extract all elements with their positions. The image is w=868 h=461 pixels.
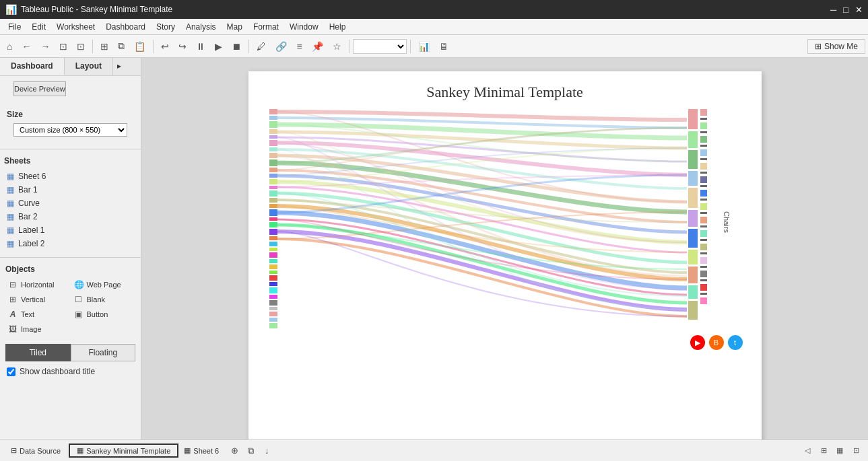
minimize-button[interactable]: ─: [830, 5, 836, 15]
svg-rect-72: [700, 279, 707, 281]
toolbar-pause[interactable]: ⏸: [192, 39, 209, 54]
menu-analysis[interactable]: Analysis: [180, 21, 222, 33]
svg-rect-10: [269, 174, 277, 178]
object-vertical[interactable]: ⊞ Vertical: [5, 293, 70, 306]
svg-rect-46: [688, 301, 698, 320]
menu-dashboard[interactable]: Dashboard: [100, 21, 151, 33]
toolbar-copy[interactable]: ⧉: [114, 38, 129, 54]
maximize-button[interactable]: □: [843, 5, 848, 15]
divider-1: [0, 149, 141, 149]
svg-rect-48: [700, 118, 707, 120]
svg-rect-20: [269, 236, 277, 240]
text-icon: A: [8, 310, 18, 319]
app-icon: 📊: [5, 4, 17, 15]
menu-window[interactable]: Window: [284, 21, 324, 33]
objects-label: Objects: [5, 264, 135, 274]
toolbar-redo[interactable]: ↪: [174, 39, 191, 54]
sheet-item-curve[interactable]: ▦ Curve: [4, 197, 137, 210]
svg-rect-50: [700, 131, 707, 133]
curve-icon: ▦: [7, 199, 14, 208]
object-webpage[interactable]: 🌐 Web Page: [71, 278, 136, 291]
toolbar-paste[interactable]: 📋: [130, 39, 149, 54]
sheet-item-sheet6[interactable]: ▦ Sheet 6: [4, 170, 137, 183]
toolbar-back[interactable]: ←: [18, 39, 35, 54]
horizontal-icon: ⊟: [8, 280, 18, 289]
svg-rect-0: [269, 109, 277, 114]
sheet-item-bar1[interactable]: ▦ Bar 1: [4, 183, 137, 197]
svg-rect-66: [700, 239, 707, 241]
show-me-button[interactable]: ⊞ Show Me: [807, 39, 865, 54]
toolbar-fit[interactable]: ⊡: [55, 39, 71, 54]
label1-label: Label 1: [18, 225, 44, 235]
blank-icon: ☐: [74, 295, 84, 304]
svg-rect-14: [269, 198, 277, 203]
object-text[interactable]: A Text: [5, 308, 70, 321]
floating-button[interactable]: Floating: [71, 344, 136, 361]
dashboard-canvas: Sankey Minimal Template: [248, 71, 762, 439]
svg-rect-16: [269, 209, 277, 216]
svg-rect-49: [700, 122, 707, 129]
object-button[interactable]: ▣ Button: [71, 308, 136, 321]
tiled-button[interactable]: Tiled: [5, 344, 71, 361]
toolbar-filter[interactable]: ≡: [292, 39, 306, 54]
object-blank[interactable]: ☐ Blank: [71, 293, 136, 306]
toolbar-home[interactable]: ⌂: [3, 39, 16, 54]
toolbar-view-dropdown[interactable]: [353, 39, 407, 54]
sheet-item-label2[interactable]: ▦ Label 2: [4, 237, 137, 250]
menu-file[interactable]: File: [3, 21, 26, 33]
toolbar-undo[interactable]: ↩: [157, 39, 173, 54]
svg-rect-3: [269, 129, 277, 134]
new-worksheet-button[interactable]: ⊕: [227, 444, 242, 458]
toolbar-present[interactable]: 🖥: [435, 39, 453, 54]
show-title-checkbox[interactable]: [7, 367, 15, 376]
status-view-btn[interactable]: ⊞: [817, 444, 830, 458]
menu-format[interactable]: Format: [248, 21, 284, 33]
object-image[interactable]: 🖼 Image: [5, 322, 70, 336]
status-grid-btn[interactable]: ▦: [833, 444, 846, 458]
svg-rect-8: [269, 159, 277, 166]
menu-edit[interactable]: Edit: [26, 21, 51, 33]
toolbar-highlight[interactable]: 🖊: [253, 39, 270, 54]
show-title-label: Show dashboard title: [20, 367, 95, 376]
tab-layout[interactable]: Layout: [65, 58, 113, 75]
toolbar-star[interactable]: ☆: [329, 39, 345, 54]
bar1-label: Bar 1: [18, 185, 38, 194]
menu-map[interactable]: Map: [222, 21, 248, 33]
move-sheet-button[interactable]: ↓: [259, 444, 274, 458]
toolbar-chart[interactable]: 📊: [414, 39, 434, 54]
active-sheet-tab[interactable]: ▦ Sankey Minimal Template: [69, 444, 178, 458]
youtube-icon[interactable]: ▶: [690, 335, 705, 350]
tab-dashboard[interactable]: Dashboard: [0, 58, 65, 75]
tab-more[interactable]: ▸: [113, 58, 125, 75]
sheet-item-bar2[interactable]: ▦ Bar 2: [4, 210, 137, 223]
menu-worksheet[interactable]: Worksheet: [51, 21, 100, 33]
toolbar-stop[interactable]: ⏹: [228, 39, 245, 54]
menu-help[interactable]: Help: [324, 21, 352, 33]
sheet6-tab[interactable]: ▦ Sheet 6: [178, 445, 224, 456]
status-fit-btn[interactable]: ◁: [801, 444, 814, 458]
svg-rect-26: [269, 271, 277, 274]
close-button[interactable]: ✕: [855, 5, 863, 15]
text-label: Text: [21, 310, 34, 318]
bar2-icon: ▦: [7, 212, 14, 221]
status-expand-btn[interactable]: ⊡: [849, 444, 863, 458]
twitter-icon[interactable]: t: [728, 335, 743, 350]
size-select[interactable]: Custom size (800 × 550): [13, 123, 127, 137]
data-source-tab[interactable]: ⊟ Data Source: [5, 445, 66, 456]
object-horizontal[interactable]: ⊟ Horizontal: [5, 278, 70, 291]
duplicate-sheet-button[interactable]: ⧉: [243, 444, 258, 458]
toolbar-forward[interactable]: →: [36, 39, 54, 54]
menu-story[interactable]: Story: [151, 21, 180, 33]
blogger-icon[interactable]: B: [709, 335, 724, 350]
toolbar-fit2[interactable]: ⊡: [73, 39, 89, 54]
show-title-row: Show dashboard title: [0, 364, 141, 379]
sheet-item-label1[interactable]: ▦ Label 1: [4, 223, 137, 237]
device-preview-button[interactable]: Device Preview: [13, 81, 66, 96]
toolbar-grid[interactable]: ⊞: [96, 39, 112, 54]
svg-rect-33: [269, 312, 277, 316]
toolbar-pin[interactable]: 📌: [308, 39, 327, 54]
toolbar-run[interactable]: ▶: [211, 39, 226, 54]
bar2-label: Bar 2: [18, 212, 38, 221]
webpage-icon: 🌐: [74, 280, 84, 289]
toolbar-link[interactable]: 🔗: [271, 39, 291, 54]
